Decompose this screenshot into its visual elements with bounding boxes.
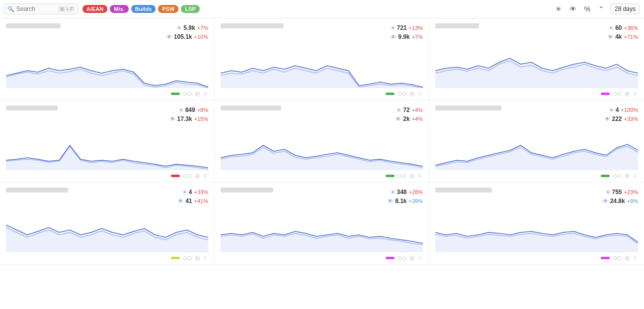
sparkle-stat-icon: ✳ bbox=[397, 106, 401, 114]
stat-value: 4 bbox=[189, 188, 192, 197]
chart-container bbox=[435, 43, 638, 88]
star-icon[interactable]: ☆ bbox=[417, 90, 423, 97]
status-dot bbox=[386, 175, 395, 177]
share-icon[interactable]: ◇◇ bbox=[398, 90, 406, 97]
stat-value: 755 bbox=[612, 188, 622, 197]
share-icon[interactable]: ◇◇ bbox=[613, 172, 622, 179]
footer-eye-icon[interactable]: ◎ bbox=[409, 172, 414, 179]
card-header: ✳721+13%👁9.9k+7% bbox=[221, 23, 423, 41]
stat-change: +28% bbox=[409, 188, 423, 197]
card-6: ✳4+100%👁222+33%◇◇◎☆ bbox=[429, 101, 644, 183]
stat-value: 348 bbox=[397, 188, 407, 197]
card-footer: ◇◇◎☆ bbox=[221, 172, 423, 179]
chart-container bbox=[221, 207, 423, 252]
eye-stat-icon: 👁 bbox=[605, 115, 610, 123]
status-dot bbox=[171, 175, 180, 177]
card-stats: ✳60+36%👁4k+71% bbox=[608, 23, 638, 41]
eye-stat-icon: 👁 bbox=[391, 33, 396, 41]
star-icon[interactable]: ☆ bbox=[417, 254, 423, 261]
stat-line: 👁222+33% bbox=[605, 114, 638, 123]
star-icon[interactable]: ☆ bbox=[417, 172, 423, 179]
status-dot bbox=[386, 93, 395, 95]
stat-change: +33% bbox=[624, 115, 638, 123]
card-4: ✳849+8%👁17.3k+15%◇◇◎☆ bbox=[0, 101, 215, 183]
card-footer: ◇◇◎☆ bbox=[6, 254, 208, 261]
share-icon[interactable]: ◇◇ bbox=[183, 172, 192, 179]
stat-line: ✳755+23% bbox=[603, 188, 638, 197]
footer-eye-icon[interactable]: ◎ bbox=[625, 172, 630, 179]
card-7: ✳4+33%👁41+41%◇◇◎☆ bbox=[0, 183, 215, 265]
sort-icon[interactable]: ⌃ bbox=[596, 4, 606, 14]
stat-line: 👁17.3k+15% bbox=[170, 114, 208, 123]
card-header: ✳5.9k+7%👁105.1k+10% bbox=[6, 23, 208, 41]
stat-line: ✳348+28% bbox=[388, 188, 423, 197]
status-dot bbox=[601, 175, 610, 177]
card-9: ✳755+23%👁24.8k+9%◇◇◎☆ bbox=[429, 183, 644, 265]
footer-eye-icon[interactable]: ◎ bbox=[195, 172, 200, 179]
days-selector[interactable]: 28 days bbox=[610, 3, 640, 14]
footer-eye-icon[interactable]: ◎ bbox=[195, 254, 200, 261]
stat-line: ✳72+4% bbox=[396, 105, 423, 114]
share-icon[interactable]: ◇◇ bbox=[398, 254, 406, 261]
footer-eye-icon[interactable]: ◎ bbox=[409, 90, 414, 97]
star-icon[interactable]: ☆ bbox=[633, 254, 638, 261]
card-header: ✳4+100%👁222+33% bbox=[435, 105, 638, 123]
sparkle-stat-icon: ✳ bbox=[391, 188, 395, 197]
stat-line: 👁105.1k+10% bbox=[166, 32, 208, 41]
stat-change: +4% bbox=[412, 106, 423, 114]
search-icon: 🔍 bbox=[7, 6, 14, 12]
sparkle-stat-icon: ✳ bbox=[177, 24, 181, 32]
footer-eye-icon[interactable]: ◎ bbox=[625, 254, 630, 261]
eye-icon[interactable]: 👁 bbox=[567, 4, 578, 14]
share-icon[interactable]: ◇◇ bbox=[183, 90, 192, 97]
share-icon[interactable]: ◇◇ bbox=[183, 254, 192, 261]
star-icon[interactable]: ☆ bbox=[203, 90, 208, 97]
card-footer: ◇◇◎☆ bbox=[435, 90, 638, 97]
eye-stat-icon: 👁 bbox=[178, 197, 183, 206]
tag-aean[interactable]: A/EAN bbox=[82, 5, 107, 13]
card-footer: ◇◇◎☆ bbox=[6, 90, 208, 97]
card-3: ✳60+36%👁4k+71%◇◇◎☆ bbox=[429, 18, 644, 101]
topbar-right: ✳ 👁 % ⌃ 28 days bbox=[554, 3, 640, 14]
stat-line: 👁24.8k+9% bbox=[603, 197, 638, 206]
card-title bbox=[221, 188, 273, 193]
share-icon[interactable]: ◇◇ bbox=[613, 90, 622, 97]
sparkle-stat-icon: ✳ bbox=[609, 106, 614, 114]
card-header: ✳60+36%👁4k+71% bbox=[435, 23, 638, 41]
stat-change: +39% bbox=[409, 197, 423, 206]
footer-eye-icon[interactable]: ◎ bbox=[409, 254, 414, 261]
tag-psw[interactable]: PSW bbox=[158, 5, 178, 13]
tag-builds[interactable]: Builds bbox=[131, 5, 156, 13]
share-icon[interactable]: ◇◇ bbox=[613, 254, 622, 261]
footer-eye-icon[interactable]: ◎ bbox=[625, 90, 630, 97]
stat-line: ✳4+100% bbox=[605, 105, 638, 114]
footer-eye-icon[interactable]: ◎ bbox=[195, 90, 200, 97]
chart-container bbox=[435, 125, 638, 170]
tag-mis[interactable]: Mis. bbox=[110, 5, 128, 13]
stat-value: 72 bbox=[403, 105, 409, 114]
status-dot bbox=[171, 93, 180, 95]
eye-stat-icon: 👁 bbox=[608, 33, 613, 41]
stat-value: 17.3k bbox=[177, 114, 192, 123]
stat-line: ✳5.9k+7% bbox=[166, 23, 208, 32]
status-dot bbox=[386, 257, 395, 259]
card-footer: ◇◇◎☆ bbox=[6, 172, 208, 179]
percent-icon[interactable]: % bbox=[582, 4, 592, 14]
stat-change: +41% bbox=[194, 197, 208, 206]
star-icon[interactable]: ☆ bbox=[203, 172, 208, 179]
keyboard-shortcut: ⌘ + F bbox=[58, 6, 75, 12]
star-icon[interactable]: ☆ bbox=[633, 90, 638, 97]
share-icon[interactable]: ◇◇ bbox=[398, 172, 406, 179]
chart-container bbox=[6, 125, 208, 170]
card-1: ✳5.9k+7%👁105.1k+10%◇◇◎☆ bbox=[0, 18, 215, 101]
star-icon[interactable]: ☆ bbox=[203, 254, 208, 261]
cards-grid: ✳5.9k+7%👁105.1k+10%◇◇◎☆✳721+13%👁9.9k+7%◇… bbox=[0, 18, 644, 265]
stat-change: +71% bbox=[624, 33, 638, 41]
stat-value: 849 bbox=[185, 105, 195, 114]
star-icon[interactable]: ☆ bbox=[633, 172, 638, 179]
search-input[interactable] bbox=[16, 5, 56, 12]
tag-lsp[interactable]: LSP bbox=[181, 5, 199, 13]
stat-change: +13% bbox=[409, 24, 423, 32]
search-box[interactable]: 🔍 ⌘ + F bbox=[4, 3, 79, 14]
sparkle-icon[interactable]: ✳ bbox=[554, 4, 564, 14]
